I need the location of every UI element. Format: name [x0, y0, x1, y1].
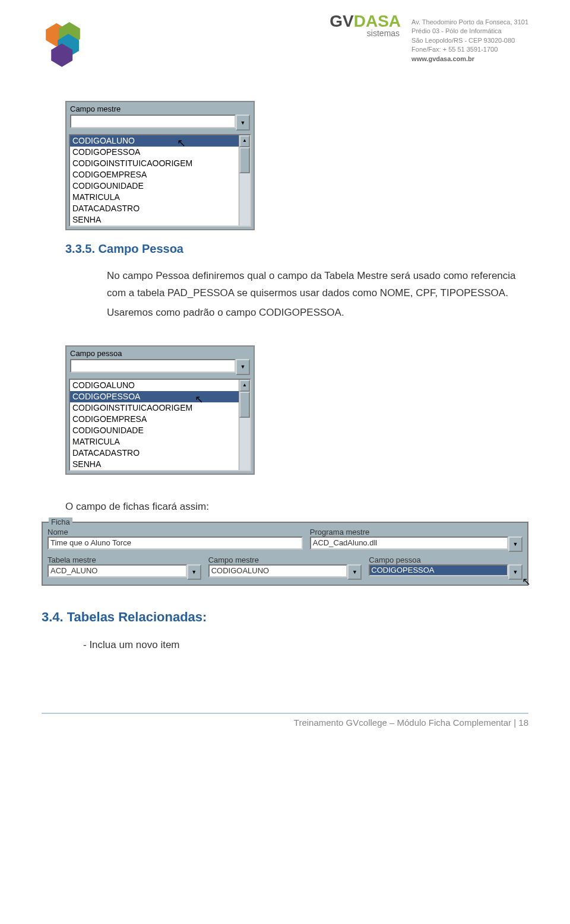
- nome-input[interactable]: Time que o Aluno Torce: [48, 536, 303, 550]
- campo-mestre-combo[interactable]: CODIGOALUNO ▼: [208, 564, 362, 580]
- scrollbar[interactable]: ▲: [239, 380, 250, 470]
- combo-input[interactable]: [70, 359, 236, 373]
- scrollbar[interactable]: ▲: [239, 135, 250, 226]
- programa-mestre-input[interactable]: ACD_CadAluno.dll: [310, 536, 508, 550]
- scroll-up-icon[interactable]: ▲: [239, 135, 250, 147]
- tabela-mestre-label: Tabela mestre: [48, 555, 201, 564]
- scroll-thumb[interactable]: [239, 147, 250, 173]
- dropdown-list[interactable]: CODIGOALUNO CODIGOPESSOA CODIGOINSTITUIC…: [69, 134, 251, 227]
- combo-box[interactable]: ▼: [70, 359, 250, 375]
- ficha-legend: Ficha: [49, 517, 72, 526]
- cursor-icon: ↖: [522, 575, 531, 588]
- list-item[interactable]: CODIGOINSTITUICAOORIGEM: [70, 158, 239, 169]
- list-items: CODIGOALUNO CODIGOPESSOA CODIGOINSTITUIC…: [70, 380, 239, 470]
- list-item[interactable]: CODIGOUNIDADE: [70, 180, 239, 192]
- address-line: Av. Theodomiro Porto da Fonseca, 3101: [411, 18, 528, 27]
- address-line: Prédio 03 - Pólo de Informática: [411, 27, 528, 36]
- list-item[interactable]: MATRICULA: [70, 436, 239, 447]
- list-items: CODIGOALUNO CODIGOPESSOA CODIGOINSTITUIC…: [70, 135, 239, 226]
- campo-mestre-dropdown: Campo mestre ▼ CODIGOALUNO CODIGOPESSOA …: [65, 101, 255, 230]
- list-item[interactable]: SENHA: [70, 214, 239, 226]
- address-line: Fone/Fax: + 55 51 3591-1700: [411, 45, 528, 54]
- campo-pessoa-input[interactable]: CODIGOPESSOA: [369, 564, 508, 576]
- brand-gv: GV: [330, 12, 353, 31]
- scroll-up-icon[interactable]: ▲: [239, 380, 250, 392]
- list-item[interactable]: CODIGOALUNO: [70, 380, 239, 391]
- list-item[interactable]: DATACADASTRO: [70, 203, 239, 214]
- paragraph: Usaremos como padrão o campo CODIGOPESSO…: [107, 304, 528, 322]
- ficha-panel: Ficha Nome Time que o Aluno Torce Progra…: [42, 522, 528, 586]
- bullet-text: - Inclua um novo item: [83, 637, 528, 654]
- page-footer: Treinamento GVcollege – Módulo Ficha Com…: [42, 713, 528, 728]
- address-line: www.gvdasa.com.br: [411, 55, 528, 63]
- paragraph: No campo Pessoa definiremos qual o campo…: [107, 268, 528, 302]
- list-item[interactable]: CODIGOPESSOA: [70, 391, 239, 402]
- dropdown-arrow-icon[interactable]: ▼: [236, 115, 250, 131]
- dropdown-label: Campo pessoa: [66, 347, 254, 359]
- dropdown-arrow-icon[interactable]: ▼: [347, 564, 362, 580]
- list-item[interactable]: CODIGOALUNO: [70, 135, 239, 147]
- body-text: No campo Pessoa definiremos qual o campo…: [107, 268, 528, 322]
- campo-pessoa-label: Campo pessoa: [369, 555, 522, 564]
- campo-mestre-label: Campo mestre: [208, 555, 362, 564]
- list-item[interactable]: DATACADASTRO: [70, 447, 239, 459]
- programa-mestre-label: Programa mestre: [310, 528, 522, 536]
- dropdown-arrow-icon[interactable]: ▼: [508, 564, 522, 580]
- list-item[interactable]: CODIGOPESSOA: [70, 147, 239, 158]
- campo-mestre-input[interactable]: CODIGOALUNO: [208, 564, 348, 577]
- tabela-mestre-input[interactable]: ACD_ALUNO: [48, 564, 187, 577]
- address-line: São Leopoldo/RS - CEP 93020-080: [411, 36, 528, 45]
- campo-pessoa-dropdown: Campo pessoa ▼ CODIGOALUNO CODIGOPESSOA …: [65, 345, 255, 475]
- scroll-thumb[interactable]: [239, 392, 250, 418]
- footer-text: Treinamento GVcollege – Módulo Ficha Com…: [294, 717, 528, 728]
- ficha-intro: O campo de fichas ficará assim:: [65, 498, 517, 516]
- brand-block: GVDASA sistemas: [330, 12, 401, 77]
- heading-34: 3.4. Tabelas Relacionadas:: [42, 609, 528, 625]
- nome-label: Nome: [48, 528, 303, 536]
- scroll-track[interactable]: [239, 418, 250, 470]
- programa-mestre-combo[interactable]: ACD_CadAluno.dll ▼: [310, 536, 522, 552]
- dropdown-label: Campo mestre: [66, 102, 254, 115]
- combo-box[interactable]: ▼: [70, 115, 250, 131]
- list-item[interactable]: SENHA: [70, 459, 239, 470]
- list-item[interactable]: CODIGOUNIDADE: [70, 425, 239, 436]
- dropdown-arrow-icon[interactable]: ▼: [236, 359, 250, 375]
- list-item[interactable]: CODIGOEMPRESA: [70, 169, 239, 180]
- dropdown-arrow-icon[interactable]: ▼: [187, 564, 201, 580]
- brand-sub: sistemas: [367, 28, 400, 38]
- address-block: Av. Theodomiro Porto da Fonseca, 3101 Pr…: [411, 18, 528, 77]
- list-item[interactable]: CODIGOINSTITUICAOORIGEM: [70, 402, 239, 414]
- page-header: GVDASA sistemas Av. Theodomiro Porto da …: [42, 0, 528, 77]
- list-item[interactable]: CODIGOEMPRESA: [70, 414, 239, 425]
- logo-left: [42, 18, 95, 71]
- dropdown-arrow-icon[interactable]: ▼: [508, 536, 522, 552]
- campo-pessoa-combo[interactable]: CODIGOPESSOA ▼: [369, 564, 522, 580]
- scroll-track[interactable]: [239, 173, 250, 226]
- combo-input[interactable]: [70, 115, 236, 128]
- list-item[interactable]: MATRICULA: [70, 192, 239, 203]
- tabela-mestre-combo[interactable]: ACD_ALUNO ▼: [48, 564, 201, 580]
- header-right: GVDASA sistemas Av. Theodomiro Porto da …: [330, 12, 528, 77]
- dropdown-list[interactable]: CODIGOALUNO CODIGOPESSOA CODIGOINSTITUIC…: [69, 379, 251, 471]
- heading-335: 3.3.5. Campo Pessoa: [65, 242, 528, 256]
